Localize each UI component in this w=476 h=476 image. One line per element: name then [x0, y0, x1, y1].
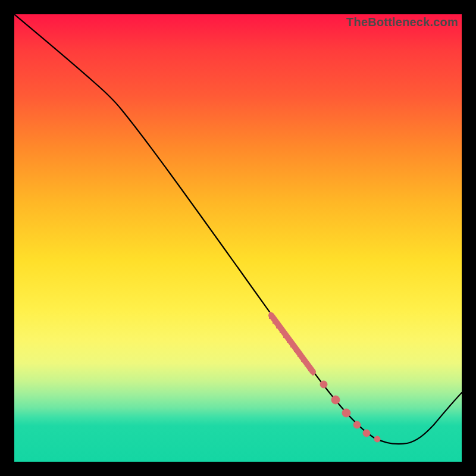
svg-point-18: [374, 436, 380, 442]
svg-point-16: [353, 421, 361, 428]
svg-point-17: [363, 430, 370, 437]
svg-point-13: [320, 381, 327, 388]
chart-frame: TheBottleneck.com: [0, 0, 476, 476]
svg-point-14: [331, 396, 340, 404]
bottleneck-curve: [14, 14, 462, 462]
highlight-markers: [270, 312, 380, 442]
curve-path: [14, 14, 462, 444]
svg-point-15: [342, 409, 350, 417]
plot-area: TheBottleneck.com: [14, 14, 462, 462]
